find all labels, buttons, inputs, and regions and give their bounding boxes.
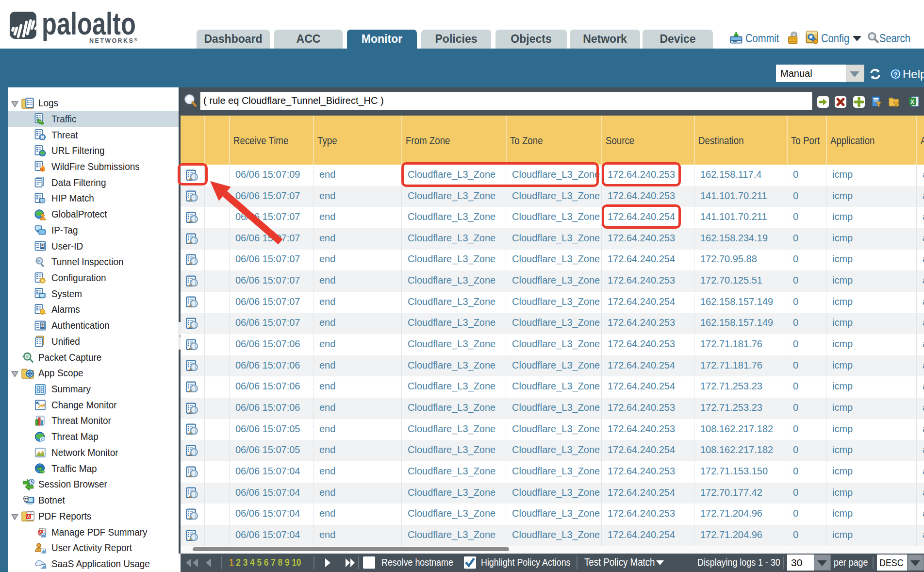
- svg-text:A: A: [27, 515, 30, 519]
- svg-text:?: ?: [893, 71, 897, 78]
- svg-text:X: X: [910, 99, 914, 105]
